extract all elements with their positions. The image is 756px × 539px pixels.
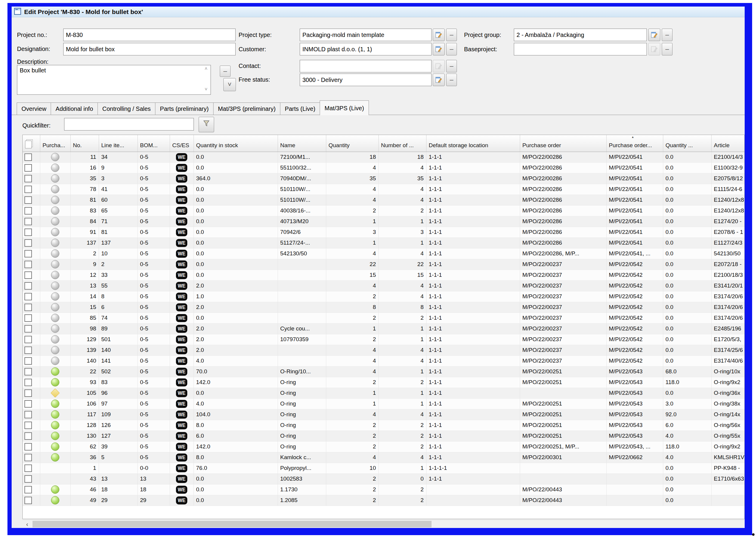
table-row[interactable]: 3650-5WE8.0Kamlock c...441-1-1M/PO/22/00…	[23, 452, 745, 463]
row-checkbox[interactable]	[25, 411, 32, 418]
column-header-select[interactable]	[23, 135, 40, 152]
cell-select[interactable]	[23, 355, 40, 366]
table-row[interactable]: 85740-5WE0.0221-1-1M/PO/22/00237M/PI/22/…	[23, 313, 745, 323]
table-row[interactable]: 1391400-5WE2.0441-1-1M/PO/22/00237M/PI/2…	[23, 345, 745, 355]
cell-select[interactable]	[23, 216, 40, 227]
column-header-storage[interactable]: Default storage location	[426, 135, 520, 152]
column-header-qty[interactable]: Quantity	[326, 135, 378, 152]
row-checkbox[interactable]	[25, 293, 32, 300]
scrollbar-thumb[interactable]	[33, 521, 431, 527]
row-checkbox[interactable]	[25, 271, 32, 279]
project-type-clear-button[interactable]: –	[446, 29, 457, 41]
column-header-number_of[interactable]: Number of ...	[378, 135, 426, 152]
filter-button[interactable]	[199, 117, 214, 132]
table-row[interactable]: 1480-5WE1.0241-1-1M/PO/22/00237M/PI/22/0…	[23, 291, 745, 302]
table-row[interactable]: 3530-5WE364.070940DM/...35351-1-1M/PO/22…	[23, 173, 745, 184]
table-row[interactable]: 1690-5WE0.0551100/32...441-1-1M/PO/22/00…	[23, 162, 745, 173]
row-checkbox[interactable]	[25, 218, 32, 225]
row-checkbox[interactable]	[25, 153, 32, 161]
row-checkbox[interactable]	[25, 282, 32, 290]
row-checkbox[interactable]	[25, 432, 32, 440]
baseproject-clear-button[interactable]: –	[662, 43, 673, 55]
row-checkbox[interactable]	[25, 368, 32, 375]
row-checkbox[interactable]	[25, 454, 32, 461]
cell-select[interactable]	[23, 205, 40, 216]
contact-clear-button[interactable]: –	[446, 60, 457, 72]
cell-select[interactable]	[23, 430, 40, 441]
table-row[interactable]: 1295010-5WE2.0107970359211-1-1M/PO/22/00…	[23, 334, 745, 345]
table-row[interactable]: 492929WE0.01.208522M/PO/22/004430.0	[23, 495, 745, 505]
table-row[interactable]: 1301270-5WE6.0O-ring221-1-1M/PO/22/00251…	[23, 430, 745, 441]
description-field[interactable]: Box bullet	[17, 65, 211, 95]
chevron-up-icon[interactable]: ˄	[203, 66, 209, 71]
row-checkbox[interactable]	[25, 261, 32, 268]
tab-controlling-sales[interactable]: Controlling / Sales	[98, 103, 155, 115]
tab-mat-3ps-preliminary[interactable]: Mat/3PS (preliminary)	[213, 103, 280, 115]
table-row[interactable]: 81600-5WE0.0510110W/...441-1-1M/PO/22/00…	[23, 194, 745, 205]
row-checkbox[interactable]	[25, 475, 32, 483]
table-row[interactable]: 2100-5WE0.0542130/50441-1-1M/PO/22/00286…	[23, 248, 745, 259]
cell-select[interactable]	[23, 452, 40, 463]
table-row[interactable]: 1560-5WE2.0881-1-1M/PO/22/00237M/PI/22/0…	[23, 302, 745, 313]
customer-edit-button[interactable]	[433, 43, 445, 55]
row-checkbox[interactable]	[25, 250, 32, 258]
project-type-edit-button[interactable]	[433, 29, 445, 41]
table-row[interactable]: 11340-5WE0.072100/M1...18181-1-1M/PO/22/…	[23, 152, 745, 162]
cell-select[interactable]	[23, 388, 40, 398]
row-checkbox[interactable]	[25, 422, 32, 429]
table-row[interactable]: 105960-5WE0.0O-ring111-1-1M/PI/22/05430.…	[23, 388, 745, 398]
project-group-edit-button[interactable]	[648, 29, 660, 41]
table-row[interactable]: 461818WE0.01.173022M/PO/22/004430.0	[23, 484, 745, 495]
table-row[interactable]: 1281260-5WE8.0O-ring221-1-1M/PO/22/00251…	[23, 420, 745, 430]
column-header-purchase_order[interactable]: Purchase order	[520, 135, 606, 152]
table-row[interactable]: 12330-5WE0.015151-1-1M/PO/22/00237M/PI/2…	[23, 270, 745, 280]
cell-select[interactable]	[23, 302, 40, 313]
cell-select[interactable]	[23, 227, 40, 237]
table-row[interactable]: 1171090-5WE104.0O-ring441-1-1M/PO/22/002…	[23, 409, 745, 420]
horizontal-scrollbar[interactable]: ‹	[22, 520, 745, 528]
free-status-clear-button[interactable]: –	[446, 74, 457, 86]
column-header-name[interactable]: Name	[278, 135, 326, 152]
row-checkbox[interactable]	[25, 357, 32, 365]
table-row[interactable]: 1401410-5WE4.0441-1-1M/PO/22/00237M/PI/2…	[23, 355, 745, 366]
customer-field[interactable]	[300, 43, 431, 55]
cell-select[interactable]	[23, 323, 40, 334]
description-minus-button[interactable]: –	[220, 66, 231, 77]
table-row[interactable]: 93830-5WE142.0O-ring221-1-1M/PO/22/00251…	[23, 377, 745, 388]
row-checkbox[interactable]	[25, 443, 32, 450]
cell-select[interactable]	[23, 441, 40, 452]
column-header-purchase_order2[interactable]: Purchase order...▲	[606, 135, 663, 152]
cell-select[interactable]	[23, 409, 40, 420]
row-checkbox[interactable]	[25, 314, 32, 322]
tab-overview[interactable]: Overview	[17, 103, 51, 115]
cell-select[interactable]	[23, 194, 40, 205]
tab-mat-3ps-live[interactable]: Mat/3PS (Live)	[320, 101, 369, 115]
row-checkbox[interactable]	[25, 336, 32, 343]
table-row[interactable]: 98890-5WE2.0Cycle cou...111-1-1M/PO/22/0…	[23, 323, 745, 334]
cell-select[interactable]	[23, 270, 40, 280]
column-header-cs_es[interactable]: CS/ES	[170, 135, 194, 152]
column-header-article[interactable]: Article	[711, 135, 745, 152]
cell-select[interactable]	[23, 334, 40, 345]
cell-select[interactable]	[23, 495, 40, 505]
column-header-bom[interactable]: BOM...	[138, 135, 170, 152]
cell-select[interactable]	[23, 463, 40, 473]
tab-additional-info[interactable]: Additional info	[51, 103, 98, 115]
cell-select[interactable]	[23, 473, 40, 484]
column-header-stock[interactable]: Quantity in stock	[194, 135, 278, 152]
column-header-line_item[interactable]: Line ite...	[99, 135, 138, 152]
row-checkbox[interactable]	[25, 346, 32, 354]
cell-select[interactable]	[23, 237, 40, 248]
table-row[interactable]: 78410-5WE0.0510110W/...441-1-1M/PO/22/00…	[23, 184, 745, 194]
row-checkbox[interactable]	[25, 465, 32, 472]
table-row[interactable]: 84710-5WE0.040713/M20111-1-1M/PO/22/0028…	[23, 216, 745, 227]
free-status-field[interactable]	[300, 74, 431, 86]
tab-parts-live[interactable]: Parts (Live)	[280, 103, 320, 115]
cell-select[interactable]	[23, 377, 40, 388]
select-all-checkbox-icon[interactable]	[25, 141, 32, 148]
row-checkbox[interactable]	[25, 229, 32, 236]
row-checkbox[interactable]	[25, 325, 32, 333]
scroll-left-button[interactable]: ‹	[23, 521, 31, 527]
cell-select[interactable]	[23, 173, 40, 184]
cell-select[interactable]	[23, 280, 40, 291]
